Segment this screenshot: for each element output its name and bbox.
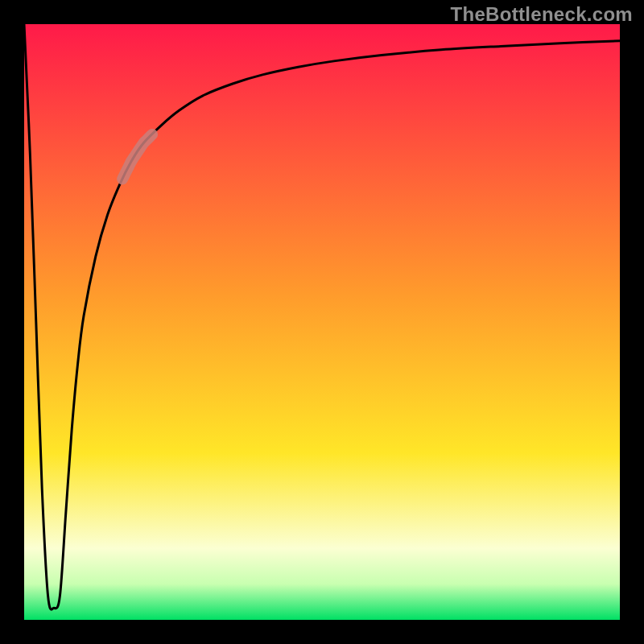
plot-background <box>24 24 620 620</box>
watermark-text: TheBottleneck.com <box>451 3 633 26</box>
chart-frame: { "watermark": "TheBottleneck.com", "col… <box>0 0 644 644</box>
bottleneck-chart <box>0 0 644 644</box>
